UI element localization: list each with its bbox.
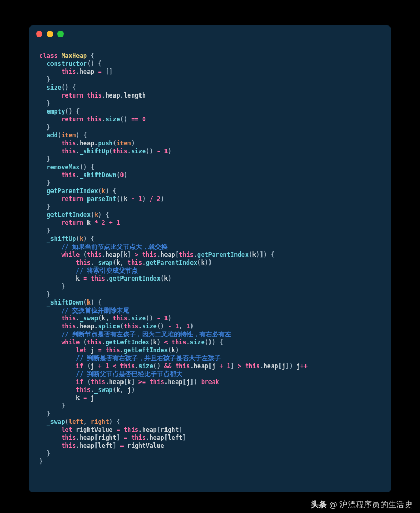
this: this	[87, 92, 102, 99]
property: heap	[109, 378, 124, 386]
var: k	[252, 251, 256, 258]
number: 1	[106, 362, 109, 370]
keyword: if	[76, 362, 83, 370]
this: this	[62, 68, 76, 75]
method: getLeftIndex	[47, 211, 91, 219]
method: getParentIndex	[47, 187, 98, 195]
var: rightValue	[76, 426, 112, 433]
close-icon[interactable]	[36, 31, 42, 37]
method: _shiftDown	[47, 299, 83, 306]
keyword: while	[62, 251, 80, 258]
code-block: class MaxHeap { constructor() { this.hea…	[29, 42, 391, 476]
this: this	[142, 251, 157, 258]
keyword: let	[62, 426, 73, 433]
at-icon: @	[329, 500, 338, 509]
param: left	[68, 418, 83, 425]
method-call: size	[138, 362, 153, 370]
this: this	[113, 147, 128, 155]
number: 1	[138, 195, 142, 203]
builtin: parseInt	[87, 195, 116, 203]
this: this	[175, 362, 190, 370]
method: constructor	[47, 60, 87, 67]
comment: // 将索引变成父节点	[76, 267, 138, 274]
comment: // 交换首位并删除末尾	[62, 307, 130, 314]
property: heap	[194, 362, 208, 370]
comment: // 判断节点是否有左孩子，因为二叉堆的特性，有右必有左	[62, 331, 232, 338]
this: this	[91, 378, 106, 386]
property: heap	[80, 68, 94, 75]
method-call: size	[131, 147, 146, 155]
this: this	[91, 275, 106, 282]
var: j	[91, 346, 94, 354]
maximize-icon[interactable]	[57, 31, 64, 37]
keyword: class	[39, 52, 58, 59]
param: k	[87, 299, 91, 306]
var: k	[76, 394, 80, 402]
method: empty	[47, 108, 65, 115]
keyword: return	[62, 116, 84, 123]
property: heap	[150, 434, 164, 441]
property: heap	[80, 442, 94, 449]
property: heap	[264, 362, 278, 370]
comment: // 判断是否有右孩子，并且右孩子是否大于左孩子	[76, 354, 221, 362]
keyword: return	[62, 195, 84, 203]
keyword: return	[62, 92, 84, 99]
this: this	[87, 116, 102, 123]
this: this	[62, 442, 76, 449]
var: k	[76, 275, 80, 282]
property: heap	[106, 92, 120, 99]
this: this	[113, 315, 128, 322]
comment: // 如果当前节点比父节点大，就交换	[62, 243, 168, 250]
this: this	[62, 323, 76, 330]
method: add	[47, 132, 58, 139]
minimize-icon[interactable]	[47, 31, 53, 37]
var: j	[91, 362, 94, 370]
this: this	[62, 140, 76, 147]
class-name: MaxHeap	[62, 52, 87, 59]
method-call: getLeftIndex	[106, 338, 150, 346]
param: item	[62, 132, 76, 139]
method-call: getParentIndex	[146, 259, 197, 266]
var: j	[212, 362, 216, 370]
number: 1	[164, 315, 168, 322]
property: heap	[168, 378, 183, 386]
keyword: break	[201, 378, 220, 386]
var: k	[201, 259, 205, 266]
method-call: getLeftIndex	[124, 346, 168, 354]
method-call: _swap	[80, 315, 98, 322]
method: size	[47, 84, 62, 91]
property: heap	[80, 323, 94, 330]
keyword: return	[62, 219, 84, 227]
keyword: while	[62, 338, 80, 346]
this: this	[76, 386, 91, 394]
method-call: getParentIndex	[197, 251, 249, 258]
method-call: size	[106, 116, 120, 123]
watermark-brand: 头条	[311, 500, 327, 510]
var: k	[124, 195, 127, 203]
comment: // 判断父节点是否已经比子节点都大	[76, 370, 182, 378]
property: length	[124, 92, 146, 99]
property: heap	[142, 426, 157, 433]
method-call: size	[190, 338, 205, 346]
code-window: class MaxHeap { constructor() { this.hea…	[29, 25, 391, 492]
keyword: if	[76, 378, 83, 386]
number: 2	[102, 219, 106, 227]
property: heap	[80, 434, 94, 441]
this: this	[179, 251, 194, 258]
var: left	[168, 434, 182, 441]
this: this	[124, 323, 138, 330]
this: this	[62, 434, 76, 441]
watermark-author: 沪漂程序员的生活史	[339, 500, 413, 510]
param: item	[116, 140, 131, 147]
this: this	[171, 338, 186, 346]
param: k	[94, 211, 98, 219]
var: left	[98, 442, 113, 449]
this: this	[127, 259, 142, 266]
method: _shiftUp	[47, 235, 76, 242]
method-call: size	[142, 323, 157, 330]
watermark: 头条 @沪漂程序员的生活史	[311, 500, 413, 510]
this: this	[62, 315, 76, 322]
number: 2	[157, 195, 161, 203]
method-call: _swap	[94, 259, 113, 266]
this: this	[150, 378, 164, 386]
